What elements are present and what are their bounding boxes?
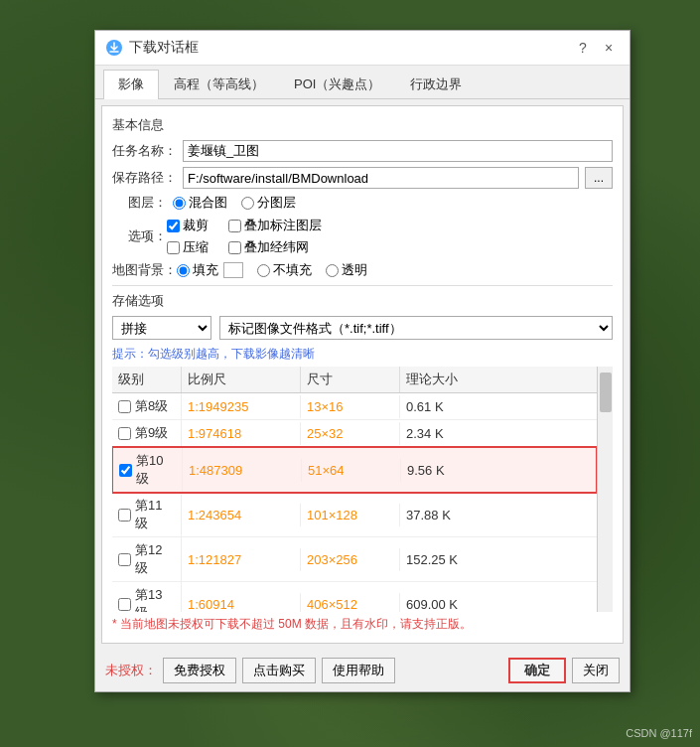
- download-icon: [105, 39, 123, 57]
- level-11-checkbox[interactable]: [118, 509, 131, 522]
- th-theory: 理论大小: [400, 367, 490, 392]
- tab-image[interactable]: 影像: [103, 70, 159, 99]
- title-bar: 下载对话框 ? ×: [95, 31, 630, 66]
- td-level-11: 第11级: [112, 493, 182, 536]
- td-size-10: 51×64: [302, 459, 401, 482]
- dialog-title: 下载对话框: [129, 39, 199, 57]
- watermark: CSDN @117f: [626, 727, 692, 739]
- split-layer-radio[interactable]: [241, 197, 254, 210]
- options-col-right: 叠加标注图层 叠加经纬网: [228, 217, 322, 256]
- tabs-bar: 影像 高程（等高线） POI（兴趣点） 行政边界: [95, 66, 630, 99]
- dialog: 下载对话框 ? × 影像 高程（等高线） POI（兴趣点） 行政边界 基本信息 …: [94, 30, 630, 692]
- tab-elevation[interactable]: 高程（等高线）: [159, 70, 279, 98]
- bottom-right: 确定 关闭: [508, 658, 620, 683]
- close-button[interactable]: ×: [598, 37, 620, 59]
- td-scale-9: 1:974618: [182, 422, 301, 445]
- th-level: 级别: [112, 367, 182, 392]
- level-13-label: 第13级: [135, 586, 175, 612]
- stitch-select[interactable]: 拼接: [112, 316, 211, 340]
- level-13-checkbox-label[interactable]: 第13级: [118, 586, 175, 612]
- td-theory-11: 37.88 K: [400, 504, 490, 526]
- level-12-checkbox[interactable]: [118, 553, 131, 566]
- no-fill-radio[interactable]: [257, 264, 270, 277]
- level-10-checkbox[interactable]: [119, 464, 132, 477]
- path-input[interactable]: [183, 167, 579, 189]
- level-11-label: 第11级: [135, 497, 175, 532]
- bottom-bar: 未授权： 免费授权 点击购买 使用帮助 确定 关闭: [95, 650, 630, 691]
- th-scale: 比例尺: [182, 367, 301, 392]
- td-level-10: 第10级: [113, 448, 183, 492]
- buy-button[interactable]: 点击购买: [242, 658, 316, 683]
- level-9-checkbox[interactable]: [118, 427, 131, 440]
- td-theory-9: 2.34 K: [400, 422, 490, 445]
- transparent-radio[interactable]: [326, 264, 339, 277]
- storage-title: 存储选项: [112, 292, 613, 310]
- transparent-option[interactable]: 透明: [326, 261, 367, 279]
- overlay-label-checkbox[interactable]: [228, 220, 241, 232]
- storage-row: 拼接 标记图像文件格式（*.tif;*.tiff）: [112, 316, 613, 340]
- td-theory-10: 9.56 K: [401, 459, 490, 482]
- overlay-label-option[interactable]: 叠加标注图层: [228, 217, 322, 234]
- overlay-grid-checkbox[interactable]: [228, 241, 241, 254]
- tab-admin[interactable]: 行政边界: [395, 70, 477, 98]
- transparent-label: 透明: [342, 261, 367, 279]
- path-label: 保存路径：: [112, 169, 177, 187]
- browse-button[interactable]: ...: [585, 167, 613, 189]
- td-scale-12: 1:121827: [182, 548, 301, 571]
- level-table: 级别 比例尺 尺寸 理论大小 第8级 1:1949235: [112, 367, 613, 612]
- color-swatch: [223, 262, 243, 278]
- save-path-row: 保存路径： ...: [112, 167, 613, 189]
- scrollbar-thumb[interactable]: [600, 373, 612, 412]
- mixed-layer-radio[interactable]: [173, 197, 186, 210]
- help-action-button[interactable]: 使用帮助: [322, 658, 395, 683]
- options-col-left: 裁剪 压缩: [167, 217, 209, 256]
- split-layer-option[interactable]: 分图层: [241, 194, 296, 212]
- bottom-left: 未授权： 免费授权 点击购买 使用帮助: [105, 658, 395, 683]
- format-select[interactable]: 标记图像文件格式（*.tif;*.tiff）: [219, 316, 613, 340]
- fill-option[interactable]: 填充: [177, 261, 243, 279]
- options-row: 选项： 裁剪 压缩 叠加标注图层: [112, 217, 613, 256]
- table-row: 第8级 1:1949235 13×16 0.61 K: [112, 393, 597, 420]
- dialog-close-button[interactable]: 关闭: [572, 658, 620, 683]
- free-auth-button[interactable]: 免费授权: [163, 658, 236, 683]
- compress-label: 压缩: [183, 238, 209, 256]
- dialog-content: 基本信息 任务名称： 保存路径： ... 图层： 混合图 分图层: [101, 105, 624, 644]
- compress-checkbox[interactable]: [167, 241, 180, 254]
- level-13-checkbox[interactable]: [118, 598, 131, 611]
- td-theory-12: 152.25 K: [400, 548, 490, 571]
- level-10-checkbox-label[interactable]: 第10级: [119, 452, 176, 488]
- mixed-layer-label: 混合图: [189, 194, 227, 212]
- options-label: 选项：: [112, 227, 167, 245]
- tab-poi[interactable]: POI（兴趣点）: [279, 70, 395, 98]
- table-row-selected: 第10级 1:487309 51×64 9.56 K: [112, 446, 597, 494]
- td-size-8: 13×16: [301, 395, 400, 418]
- mixed-layer-option[interactable]: 混合图: [173, 194, 227, 212]
- td-level-8: 第8级: [112, 393, 182, 419]
- task-input[interactable]: [183, 140, 613, 162]
- overlay-grid-option[interactable]: 叠加经纬网: [228, 238, 322, 256]
- crop-option[interactable]: 裁剪: [167, 217, 209, 234]
- table-header: 级别 比例尺 尺寸 理论大小: [112, 367, 597, 393]
- confirm-button[interactable]: 确定: [508, 658, 566, 683]
- crop-checkbox[interactable]: [167, 220, 180, 232]
- overlay-label-text: 叠加标注图层: [244, 217, 322, 234]
- level-8-checkbox-label[interactable]: 第8级: [118, 397, 175, 415]
- level-12-checkbox-label[interactable]: 第12级: [118, 541, 175, 577]
- bg-label: 地图背景：: [112, 261, 177, 279]
- td-theory-13: 609.00 K: [400, 593, 490, 613]
- level-8-checkbox[interactable]: [118, 400, 131, 413]
- scrollbar-track[interactable]: [597, 367, 613, 612]
- title-left: 下载对话框: [105, 39, 199, 57]
- fill-radio[interactable]: [177, 264, 190, 277]
- td-scale-13: 1:60914: [182, 593, 301, 613]
- level-11-checkbox-label[interactable]: 第11级: [118, 497, 175, 532]
- td-scale-10: 1:487309: [183, 459, 302, 482]
- level-9-label: 第9级: [135, 424, 168, 442]
- level-9-checkbox-label[interactable]: 第9级: [118, 424, 175, 442]
- storage-section: 存储选项 拼接 标记图像文件格式（*.tif;*.tiff）: [112, 292, 613, 340]
- options-content: 裁剪 压缩 叠加标注图层 叠加经纬网: [167, 217, 322, 256]
- help-button[interactable]: ?: [572, 37, 594, 59]
- compress-option[interactable]: 压缩: [167, 238, 209, 256]
- table-body: 第8级 1:1949235 13×16 0.61 K 第9级: [112, 393, 597, 612]
- no-fill-option[interactable]: 不填充: [257, 261, 312, 279]
